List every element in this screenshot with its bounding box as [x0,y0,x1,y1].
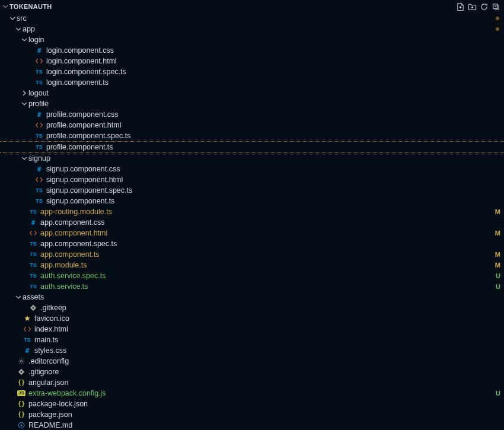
file-row[interactable]: TSsignup.component.ts [0,196,504,206]
ts-icon: TS [28,209,38,215]
chevron-down-icon[interactable] [14,294,23,300]
json-icon: {} [17,412,26,418]
file-label: profile.component.spec.ts [46,130,130,141]
favicon-icon [23,315,32,322]
file-label: auth.service.ts [40,281,88,292]
file-row[interactable]: favicon.ico [0,313,504,324]
collapse-all-icon[interactable] [490,1,502,12]
file-row[interactable]: {}package.json [0,409,504,420]
html-icon [34,176,44,183]
scm-status: M [495,206,500,217]
chevron-down-icon[interactable] [20,101,28,107]
file-label: app-routing.module.ts [40,206,112,217]
file-label: main.ts [34,335,58,345]
file-row[interactable]: JSextra-webpack.config.jsU [0,388,504,399]
file-row[interactable]: TSlogin.component.spec.ts [0,66,504,77]
file-row[interactable]: TSapp.component.tsM [0,249,504,260]
scm-status: U [496,270,500,281]
ts-icon: TS [28,252,38,257]
file-row[interactable]: .gitignore [0,367,504,377]
chevron-down-icon[interactable] [14,26,23,32]
folder-row[interactable]: login [0,34,504,45]
scm-dot [496,27,499,31]
scm-status: U [496,388,500,399]
scm-status: U [496,281,500,292]
file-row[interactable]: #app.component.css [0,217,504,228]
ts-icon: TS [28,241,38,247]
json-icon: {} [17,380,26,386]
svg-point-2 [20,360,22,362]
file-label: app.component.ts [40,249,99,260]
file-row[interactable]: TSauth.service.tsU [0,281,504,292]
file-row[interactable]: TSsignup.component.spec.ts [0,185,504,196]
file-label: login.component.spec.ts [46,66,126,77]
ts-icon: TS [28,284,38,289]
file-row[interactable]: TSmain.ts [0,335,504,345]
new-file-icon[interactable] [454,1,466,12]
file-label: angular.json [28,377,68,388]
file-label: extra-webpack.config.js [28,388,106,399]
file-row[interactable]: #styles.css [0,345,504,356]
new-folder-icon[interactable] [466,1,478,12]
file-label: login.component.ts [46,77,109,88]
folder-row[interactable]: logout [0,88,504,98]
css-icon: # [34,166,44,173]
file-row[interactable]: TSprofile.component.ts [0,141,504,153]
chevron-down-icon[interactable] [20,37,28,43]
folder-row[interactable]: profile [0,98,504,109]
html-icon [23,326,32,333]
file-label: .gitkeep [40,302,66,313]
chevron-down-icon[interactable] [1,4,9,9]
file-row[interactable]: app.component.htmlM [0,228,504,238]
file-label: styles.css [34,345,66,356]
file-row[interactable]: #login.component.css [0,45,504,56]
gear-icon [17,358,26,365]
file-row[interactable]: TSprofile.component.spec.ts [0,130,504,141]
json-icon: {} [17,401,26,407]
explorer-panel: TOKENAUTH srcapplogin#login.component.cs… [0,0,504,430]
js-icon: JS [17,390,26,396]
scm-dot [496,17,499,20]
file-label: index.html [34,324,68,335]
scm-status: M [495,228,500,238]
refresh-icon[interactable] [478,1,490,12]
svg-point-1 [33,307,34,308]
file-row[interactable]: signup.component.html [0,174,504,185]
file-label: .editorconfig [28,356,69,367]
folder-row[interactable]: assets [0,292,504,302]
chevron-right-icon[interactable] [20,90,28,96]
file-label: profile.component.css [46,109,119,120]
folder-row[interactable]: app [0,24,504,34]
file-row[interactable]: README.md [0,420,504,430]
file-row[interactable]: #signup.component.css [0,164,504,174]
file-row[interactable]: profile.component.html [0,120,504,130]
file-tree[interactable]: srcapplogin#login.component.csslogin.com… [0,13,504,430]
file-row[interactable]: TSlogin.component.ts [0,77,504,88]
chevron-down-icon[interactable] [20,155,28,161]
ts-icon: TS [34,69,44,75]
folder-label: login [28,34,44,45]
file-row[interactable]: index.html [0,324,504,335]
file-row[interactable]: .editorconfig [0,356,504,367]
file-row[interactable]: TSapp.module.tsM [0,260,504,270]
file-row[interactable]: TSapp-routing.module.tsM [0,206,504,217]
file-label: login.component.css [46,45,114,56]
file-row[interactable]: TSauth.service.spec.tsU [0,270,504,281]
file-row[interactable]: {}angular.json [0,377,504,388]
file-label: favicon.ico [34,313,69,324]
file-row[interactable]: login.component.html [0,56,504,66]
ts-icon: TS [34,145,44,150]
folder-row[interactable]: signup [0,153,504,164]
file-row[interactable]: .gitkeep [0,302,504,313]
file-row[interactable]: {}package-lock.json [0,399,504,409]
file-row[interactable]: #profile.component.css [0,109,504,120]
css-icon: # [34,47,44,54]
css-icon: # [34,112,44,118]
ts-icon: TS [23,337,32,343]
file-row[interactable]: TSapp.component.spec.ts [0,238,504,249]
ts-icon: TS [28,273,38,279]
html-icon [34,58,44,65]
folder-row[interactable]: src [0,13,504,24]
css-icon: # [28,219,38,226]
chevron-down-icon[interactable] [8,15,17,21]
